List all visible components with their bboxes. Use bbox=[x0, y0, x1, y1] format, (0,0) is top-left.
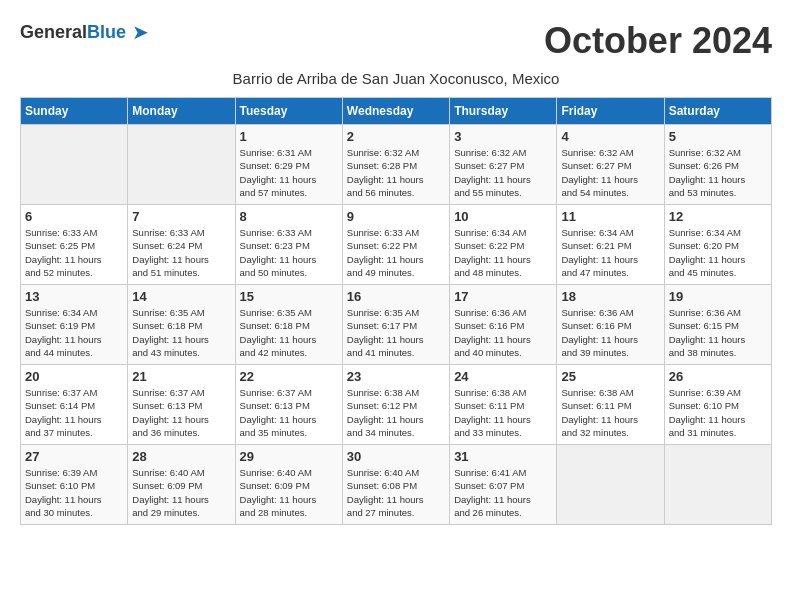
day-info: Sunrise: 6:39 AM Sunset: 6:10 PM Dayligh… bbox=[25, 466, 123, 519]
day-info: Sunrise: 6:35 AM Sunset: 6:18 PM Dayligh… bbox=[240, 306, 338, 359]
day-number: 2 bbox=[347, 129, 445, 144]
header-thursday: Thursday bbox=[450, 98, 557, 125]
table-row: 31Sunrise: 6:41 AM Sunset: 6:07 PM Dayli… bbox=[450, 445, 557, 525]
day-info: Sunrise: 6:40 AM Sunset: 6:09 PM Dayligh… bbox=[240, 466, 338, 519]
day-number: 19 bbox=[669, 289, 767, 304]
table-row bbox=[557, 445, 664, 525]
day-info: Sunrise: 6:32 AM Sunset: 6:26 PM Dayligh… bbox=[669, 146, 767, 199]
day-info: Sunrise: 6:34 AM Sunset: 6:22 PM Dayligh… bbox=[454, 226, 552, 279]
header-monday: Monday bbox=[128, 98, 235, 125]
table-row: 15Sunrise: 6:35 AM Sunset: 6:18 PM Dayli… bbox=[235, 285, 342, 365]
day-info: Sunrise: 6:33 AM Sunset: 6:25 PM Dayligh… bbox=[25, 226, 123, 279]
day-number: 7 bbox=[132, 209, 230, 224]
day-info: Sunrise: 6:36 AM Sunset: 6:16 PM Dayligh… bbox=[561, 306, 659, 359]
header-saturday: Saturday bbox=[664, 98, 771, 125]
day-number: 22 bbox=[240, 369, 338, 384]
logo-text: GeneralBlue bbox=[20, 22, 126, 43]
day-info: Sunrise: 6:40 AM Sunset: 6:08 PM Dayligh… bbox=[347, 466, 445, 519]
day-number: 12 bbox=[669, 209, 767, 224]
table-row: 25Sunrise: 6:38 AM Sunset: 6:11 PM Dayli… bbox=[557, 365, 664, 445]
table-row: 24Sunrise: 6:38 AM Sunset: 6:11 PM Dayli… bbox=[450, 365, 557, 445]
table-row: 3Sunrise: 6:32 AM Sunset: 6:27 PM Daylig… bbox=[450, 125, 557, 205]
table-row: 29Sunrise: 6:40 AM Sunset: 6:09 PM Dayli… bbox=[235, 445, 342, 525]
table-row: 19Sunrise: 6:36 AM Sunset: 6:15 PM Dayli… bbox=[664, 285, 771, 365]
table-row: 16Sunrise: 6:35 AM Sunset: 6:17 PM Dayli… bbox=[342, 285, 449, 365]
table-row: 7Sunrise: 6:33 AM Sunset: 6:24 PM Daylig… bbox=[128, 205, 235, 285]
day-number: 17 bbox=[454, 289, 552, 304]
day-number: 4 bbox=[561, 129, 659, 144]
day-number: 9 bbox=[347, 209, 445, 224]
day-info: Sunrise: 6:39 AM Sunset: 6:10 PM Dayligh… bbox=[669, 386, 767, 439]
day-info: Sunrise: 6:35 AM Sunset: 6:17 PM Dayligh… bbox=[347, 306, 445, 359]
table-row: 9Sunrise: 6:33 AM Sunset: 6:22 PM Daylig… bbox=[342, 205, 449, 285]
calendar-week-row: 27Sunrise: 6:39 AM Sunset: 6:10 PM Dayli… bbox=[21, 445, 772, 525]
day-info: Sunrise: 6:34 AM Sunset: 6:21 PM Dayligh… bbox=[561, 226, 659, 279]
logo-general: General bbox=[20, 22, 87, 42]
table-row bbox=[664, 445, 771, 525]
calendar-table: Sunday Monday Tuesday Wednesday Thursday… bbox=[20, 97, 772, 525]
day-info: Sunrise: 6:34 AM Sunset: 6:20 PM Dayligh… bbox=[669, 226, 767, 279]
table-row: 8Sunrise: 6:33 AM Sunset: 6:23 PM Daylig… bbox=[235, 205, 342, 285]
header-sunday: Sunday bbox=[21, 98, 128, 125]
day-info: Sunrise: 6:36 AM Sunset: 6:16 PM Dayligh… bbox=[454, 306, 552, 359]
table-row: 17Sunrise: 6:36 AM Sunset: 6:16 PM Dayli… bbox=[450, 285, 557, 365]
day-info: Sunrise: 6:32 AM Sunset: 6:28 PM Dayligh… bbox=[347, 146, 445, 199]
day-info: Sunrise: 6:31 AM Sunset: 6:29 PM Dayligh… bbox=[240, 146, 338, 199]
table-row: 2Sunrise: 6:32 AM Sunset: 6:28 PM Daylig… bbox=[342, 125, 449, 205]
day-number: 24 bbox=[454, 369, 552, 384]
table-row: 26Sunrise: 6:39 AM Sunset: 6:10 PM Dayli… bbox=[664, 365, 771, 445]
logo: GeneralBlue ➤ bbox=[20, 20, 149, 44]
day-info: Sunrise: 6:33 AM Sunset: 6:23 PM Dayligh… bbox=[240, 226, 338, 279]
day-number: 31 bbox=[454, 449, 552, 464]
day-info: Sunrise: 6:32 AM Sunset: 6:27 PM Dayligh… bbox=[561, 146, 659, 199]
day-info: Sunrise: 6:38 AM Sunset: 6:11 PM Dayligh… bbox=[454, 386, 552, 439]
header-friday: Friday bbox=[557, 98, 664, 125]
day-number: 26 bbox=[669, 369, 767, 384]
day-number: 27 bbox=[25, 449, 123, 464]
calendar-week-row: 1Sunrise: 6:31 AM Sunset: 6:29 PM Daylig… bbox=[21, 125, 772, 205]
calendar-week-row: 6Sunrise: 6:33 AM Sunset: 6:25 PM Daylig… bbox=[21, 205, 772, 285]
day-number: 16 bbox=[347, 289, 445, 304]
table-row bbox=[128, 125, 235, 205]
day-info: Sunrise: 6:38 AM Sunset: 6:11 PM Dayligh… bbox=[561, 386, 659, 439]
table-row: 28Sunrise: 6:40 AM Sunset: 6:09 PM Dayli… bbox=[128, 445, 235, 525]
day-number: 29 bbox=[240, 449, 338, 464]
day-number: 8 bbox=[240, 209, 338, 224]
calendar-week-row: 20Sunrise: 6:37 AM Sunset: 6:14 PM Dayli… bbox=[21, 365, 772, 445]
table-row: 13Sunrise: 6:34 AM Sunset: 6:19 PM Dayli… bbox=[21, 285, 128, 365]
table-row: 27Sunrise: 6:39 AM Sunset: 6:10 PM Dayli… bbox=[21, 445, 128, 525]
logo-blue: Blue bbox=[87, 22, 126, 42]
day-number: 20 bbox=[25, 369, 123, 384]
table-row: 4Sunrise: 6:32 AM Sunset: 6:27 PM Daylig… bbox=[557, 125, 664, 205]
table-row: 11Sunrise: 6:34 AM Sunset: 6:21 PM Dayli… bbox=[557, 205, 664, 285]
table-row: 20Sunrise: 6:37 AM Sunset: 6:14 PM Dayli… bbox=[21, 365, 128, 445]
day-number: 25 bbox=[561, 369, 659, 384]
day-number: 15 bbox=[240, 289, 338, 304]
calendar-header-row: Sunday Monday Tuesday Wednesday Thursday… bbox=[21, 98, 772, 125]
day-number: 30 bbox=[347, 449, 445, 464]
table-row: 30Sunrise: 6:40 AM Sunset: 6:08 PM Dayli… bbox=[342, 445, 449, 525]
table-row: 23Sunrise: 6:38 AM Sunset: 6:12 PM Dayli… bbox=[342, 365, 449, 445]
day-number: 23 bbox=[347, 369, 445, 384]
day-number: 6 bbox=[25, 209, 123, 224]
day-number: 10 bbox=[454, 209, 552, 224]
table-row: 5Sunrise: 6:32 AM Sunset: 6:26 PM Daylig… bbox=[664, 125, 771, 205]
table-row: 12Sunrise: 6:34 AM Sunset: 6:20 PM Dayli… bbox=[664, 205, 771, 285]
page-header: GeneralBlue ➤ October 2024 bbox=[20, 20, 772, 62]
day-number: 14 bbox=[132, 289, 230, 304]
day-info: Sunrise: 6:33 AM Sunset: 6:22 PM Dayligh… bbox=[347, 226, 445, 279]
table-row: 1Sunrise: 6:31 AM Sunset: 6:29 PM Daylig… bbox=[235, 125, 342, 205]
table-row: 6Sunrise: 6:33 AM Sunset: 6:25 PM Daylig… bbox=[21, 205, 128, 285]
day-number: 18 bbox=[561, 289, 659, 304]
day-number: 3 bbox=[454, 129, 552, 144]
day-info: Sunrise: 6:41 AM Sunset: 6:07 PM Dayligh… bbox=[454, 466, 552, 519]
table-row: 22Sunrise: 6:37 AM Sunset: 6:13 PM Dayli… bbox=[235, 365, 342, 445]
day-info: Sunrise: 6:38 AM Sunset: 6:12 PM Dayligh… bbox=[347, 386, 445, 439]
day-info: Sunrise: 6:40 AM Sunset: 6:09 PM Dayligh… bbox=[132, 466, 230, 519]
day-number: 21 bbox=[132, 369, 230, 384]
table-row: 14Sunrise: 6:35 AM Sunset: 6:18 PM Dayli… bbox=[128, 285, 235, 365]
day-info: Sunrise: 6:33 AM Sunset: 6:24 PM Dayligh… bbox=[132, 226, 230, 279]
day-number: 13 bbox=[25, 289, 123, 304]
day-number: 5 bbox=[669, 129, 767, 144]
day-number: 28 bbox=[132, 449, 230, 464]
